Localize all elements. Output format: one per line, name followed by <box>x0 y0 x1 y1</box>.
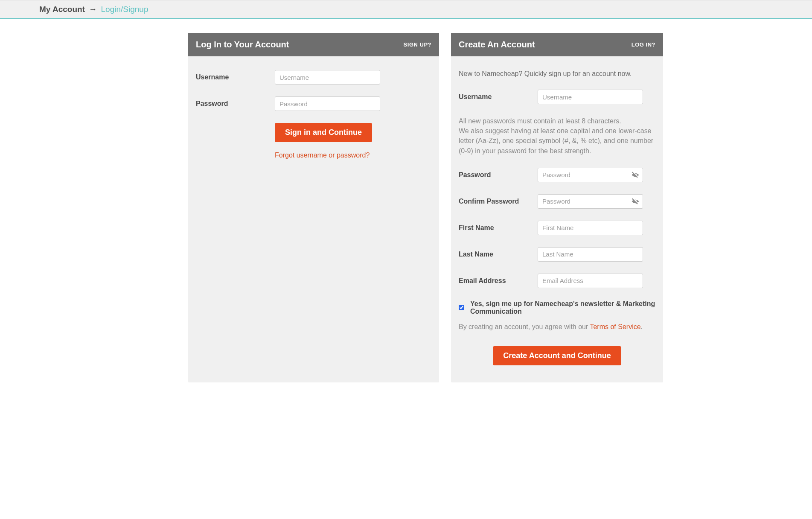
breadcrumb-arrow: → <box>89 5 97 14</box>
newsletter-label: Yes, sign me up for Namecheap's newslett… <box>470 300 655 315</box>
create-account-button[interactable]: Create Account and Continue <box>493 346 621 365</box>
eye-off-icon[interactable] <box>631 197 640 206</box>
signup-password-input[interactable] <box>538 168 643 182</box>
signup-confirm-input[interactable] <box>538 194 643 209</box>
login-password-label: Password <box>196 100 275 108</box>
login-card: Log In to Your Account SIGN UP? Username… <box>188 33 439 382</box>
signup-lastname-input[interactable] <box>538 247 643 262</box>
signup-username-label: Username <box>459 93 538 101</box>
signup-header: Create An Account LOG IN? <box>451 33 663 56</box>
login-password-input[interactable] <box>275 96 380 111</box>
login-header: Log In to Your Account SIGN UP? <box>188 33 439 56</box>
login-username-input[interactable] <box>275 70 380 85</box>
signup-firstname-label: First Name <box>459 224 538 232</box>
signup-lastname-label: Last Name <box>459 251 538 258</box>
breadcrumb-current: Login/Signup <box>101 5 148 14</box>
tos-prefix: By creating an account, you agree with o… <box>459 323 590 330</box>
tos-link[interactable]: Terms of Service <box>590 323 640 330</box>
signup-intro: New to Namecheap? Quickly sign up for an… <box>459 70 655 78</box>
login-title: Log In to Your Account <box>196 40 289 50</box>
signup-confirm-label: Confirm Password <box>459 198 538 205</box>
signup-email-label: Email Address <box>459 277 538 285</box>
signup-card: Create An Account LOG IN? New to Nameche… <box>451 33 663 382</box>
breadcrumb: My Account → Login/Signup <box>0 5 812 14</box>
newsletter-checkbox[interactable] <box>459 304 464 311</box>
signin-button[interactable]: Sign in and Continue <box>275 123 372 142</box>
signup-username-input[interactable] <box>538 90 643 104</box>
tos-suffix: . <box>641 323 643 330</box>
signup-email-input[interactable] <box>538 274 643 288</box>
signup-link[interactable]: SIGN UP? <box>404 41 431 48</box>
signup-password-label: Password <box>459 171 538 179</box>
login-link[interactable]: LOG IN? <box>632 41 655 48</box>
breadcrumb-bar: My Account → Login/Signup <box>0 0 812 19</box>
eye-off-icon[interactable] <box>631 171 640 179</box>
signup-firstname-input[interactable] <box>538 221 643 235</box>
breadcrumb-root[interactable]: My Account <box>39 5 85 14</box>
tos-text: By creating an account, you agree with o… <box>459 323 655 331</box>
password-hint: All new passwords must contain at least … <box>459 116 655 156</box>
signup-title: Create An Account <box>459 40 535 50</box>
forgot-link[interactable]: Forgot username or password? <box>275 152 370 159</box>
login-username-label: Username <box>196 73 275 81</box>
